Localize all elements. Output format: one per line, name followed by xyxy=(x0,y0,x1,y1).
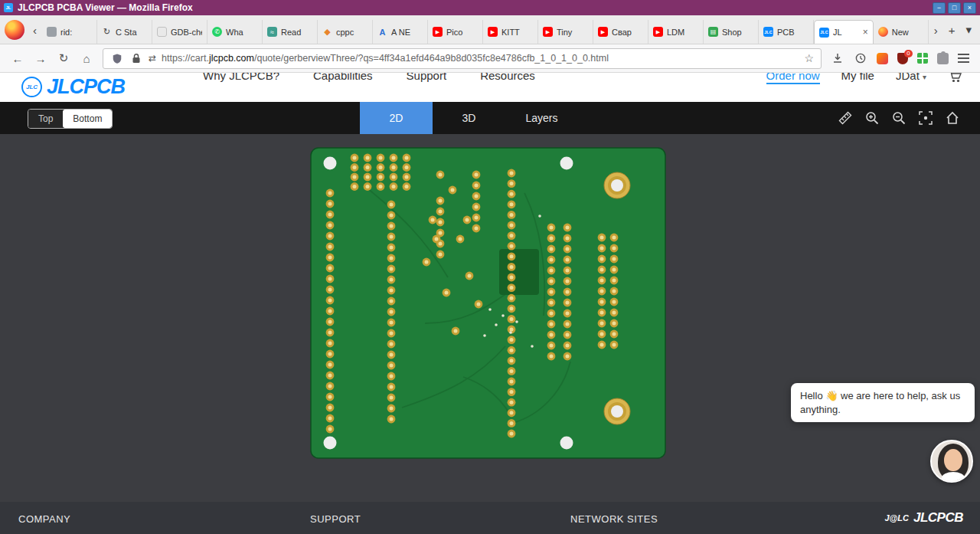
url-bar[interactable]: ⇄ https://cart.jlcpcb.com/quote/gerbervi… xyxy=(103,48,822,69)
page-footer: COMPANYSUPPORTNETWORK SITES J@LC JLCPCB xyxy=(0,502,980,534)
bookmark-star-icon[interactable]: ☆ xyxy=(804,52,814,64)
browser-tab-pcb[interactable]: PCB xyxy=(759,20,814,44)
adblocker-badge: 0 xyxy=(904,50,913,57)
nav-item-capabilities[interactable]: Capabilities xyxy=(313,73,373,82)
container-extension-icon[interactable] xyxy=(877,53,888,64)
measure-tool-icon[interactable] xyxy=(838,110,853,126)
lock-icon[interactable] xyxy=(129,51,143,65)
letter-a-icon xyxy=(377,27,387,37)
side-toggle-top[interactable]: Top xyxy=(28,110,63,128)
downloads-icon[interactable] xyxy=(831,51,844,65)
firefox-icon xyxy=(878,27,888,37)
jlcpcb-logo-text: JLCPCB xyxy=(47,75,125,99)
window-controls: −□× xyxy=(933,2,976,14)
home-view-icon[interactable] xyxy=(945,110,960,126)
tab-label: cppc xyxy=(336,28,368,37)
history-icon[interactable] xyxy=(854,51,867,65)
side-toggle-bottom[interactable]: Bottom xyxy=(63,110,112,128)
browser-tab-jl[interactable]: JL× xyxy=(814,20,874,44)
home-button[interactable]: ⌂ xyxy=(77,48,96,68)
footer-column-support: SUPPORT xyxy=(310,513,361,525)
browser-tab-shop[interactable]: Shop xyxy=(704,20,759,44)
tracking-protection-shield-icon[interactable] xyxy=(110,51,124,65)
list-all-tabs-icon[interactable]: ▾ xyxy=(960,23,977,44)
browser-tab-rid[interactable]: rid: xyxy=(42,20,97,44)
window-titlebar[interactable]: JL JLCPCB PCBA Viewer — Mozilla Firefox … xyxy=(0,0,980,15)
viewer-mode-tabs: 2D3DLayers xyxy=(360,102,578,134)
footer-logo-mark: J@LC xyxy=(884,513,909,523)
nav-item-resources[interactable]: Resources xyxy=(480,73,535,82)
scroll-tabs-left-icon[interactable]: ‹ xyxy=(28,24,42,44)
browser-tab-gdb-che[interactable]: GDB-che xyxy=(152,20,207,44)
nav-item-support[interactable]: Support xyxy=(407,73,447,82)
tab-label: PCB xyxy=(777,28,808,37)
firefox-view-icon[interactable] xyxy=(5,20,24,40)
browser-tab-read[interactable]: Read xyxy=(263,20,318,44)
url-scheme: https://cart. xyxy=(162,53,209,64)
reload-button[interactable]: ↻ xyxy=(54,48,74,68)
browser-tab-kitt[interactable]: KITT xyxy=(483,20,538,44)
browser-tab-c-sta[interactable]: C Sta xyxy=(97,20,152,44)
forward-button[interactable]: → xyxy=(31,48,51,68)
tab-label: A NE xyxy=(391,28,423,37)
refresh-icon xyxy=(102,27,112,37)
view-tab-2d[interactable]: 2D xyxy=(360,102,433,134)
chat-bubble[interactable]: Hello 👋 we are here to help, ask us anyt… xyxy=(791,383,975,422)
view-tab-3d[interactable]: 3D xyxy=(433,102,505,134)
grid-extension-icon[interactable] xyxy=(917,53,928,64)
tab-label: Wha xyxy=(226,28,257,37)
browser-tab-new[interactable]: New xyxy=(874,20,929,44)
app-menu-icon[interactable] xyxy=(958,54,969,63)
support-agent-avatar[interactable] xyxy=(930,440,973,483)
user-menu[interactable]: JDat ▾ xyxy=(896,73,926,82)
tab-label: Pico xyxy=(446,28,478,37)
order-now-link[interactable]: Order now xyxy=(766,73,820,84)
youtube-icon xyxy=(543,27,553,37)
jlcpcb-logo[interactable]: JLC JLCPCB xyxy=(21,75,125,99)
cart-icon[interactable] xyxy=(948,73,963,87)
youtube-icon xyxy=(488,27,498,37)
browser-tab-item[interactable]: Свар xyxy=(593,20,648,44)
browser-tab-wha[interactable]: Wha xyxy=(207,20,263,44)
tab-label: GDB-che xyxy=(171,28,202,37)
browser-tab-pico[interactable]: Pico xyxy=(428,20,483,44)
new-tab-button[interactable]: + xyxy=(943,24,961,44)
maximize-button[interactable]: □ xyxy=(948,2,961,14)
zoom-out-icon[interactable] xyxy=(891,110,906,126)
nav-item-why-jlcpcb[interactable]: Why JLCPCB? xyxy=(203,73,279,82)
chevron-down-icon: ▾ xyxy=(923,73,926,81)
tab-label: Tiny xyxy=(557,28,588,37)
my-file-link[interactable]: My file xyxy=(841,73,874,82)
browser-tab-cppc[interactable]: cppc xyxy=(318,20,373,44)
toolbar-extension-icons: 0 xyxy=(828,51,972,65)
pcb-board-render[interactable] xyxy=(310,147,666,459)
viewer-toolbar: TopBottom 2D3DLayers xyxy=(0,102,980,134)
view-tab-layers[interactable]: Layers xyxy=(505,102,578,134)
adblocker-icon[interactable]: 0 xyxy=(897,53,908,64)
jlcpcb-icon xyxy=(819,28,829,38)
fit-view-icon[interactable] xyxy=(918,110,933,126)
zoom-in-icon[interactable] xyxy=(864,110,880,126)
user-menu-label: JDat xyxy=(896,73,920,82)
tab-strip: rid:C StaGDB-cheWhaReadcppcA NEPicoKITTT… xyxy=(42,15,929,44)
youtube-icon xyxy=(598,27,608,37)
board-side-toggle: TopBottom xyxy=(28,109,113,129)
close-button[interactable]: × xyxy=(963,2,976,14)
browser-tab-ldm[interactable]: LDM xyxy=(648,20,704,44)
pcb-viewer-canvas[interactable]: Hello 👋 we are here to help, ask us anyt… xyxy=(0,134,980,502)
firefox-window: JL JLCPCB PCBA Viewer — Mozilla Firefox … xyxy=(0,0,980,534)
browser-tab-tiny[interactable]: Tiny xyxy=(538,20,593,44)
window-favicon-icon: JL xyxy=(4,3,13,12)
browser-tab-a-ne[interactable]: A NE xyxy=(373,20,428,44)
scroll-tabs-right-icon[interactable]: › xyxy=(929,24,943,44)
puzzle-icon xyxy=(47,27,57,37)
minimize-button[interactable]: − xyxy=(933,2,946,14)
whatsapp-icon xyxy=(212,27,222,37)
site-permissions-icon[interactable]: ⇄ xyxy=(149,53,156,64)
back-button[interactable]: ← xyxy=(8,48,28,68)
extensions-puzzle-icon[interactable] xyxy=(937,53,949,64)
page-icon xyxy=(157,27,167,37)
tab-label: C Sta xyxy=(116,28,147,37)
tab-label: Shop xyxy=(722,28,753,37)
tab-close-icon[interactable]: × xyxy=(863,27,868,38)
